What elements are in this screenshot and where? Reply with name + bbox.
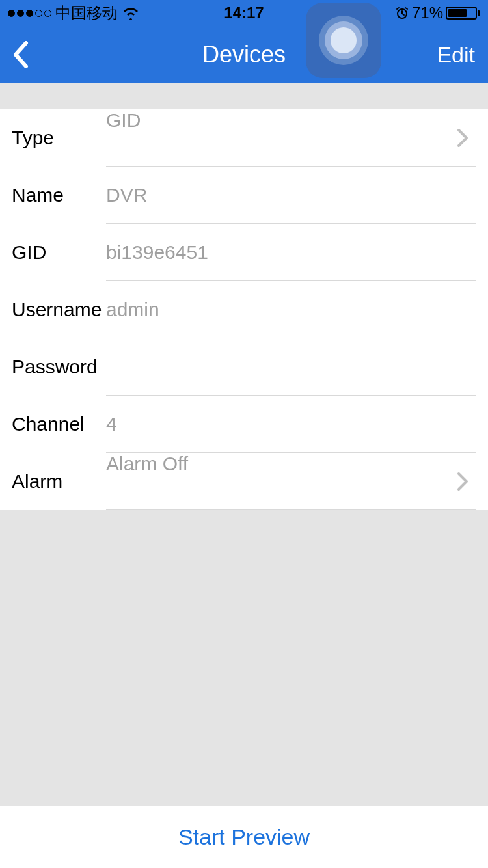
username-field[interactable] [106, 281, 468, 338]
row-channel[interactable]: Channel [0, 396, 488, 453]
label-type: Type [12, 127, 106, 149]
status-left: 中国移动 [8, 3, 140, 23]
status-time: 14:17 [224, 4, 264, 22]
row-password[interactable]: Password [0, 338, 488, 396]
assistive-touch-icon[interactable] [306, 3, 381, 78]
channel-field[interactable] [106, 396, 468, 452]
battery-percent: 71% [412, 4, 443, 22]
value-alarm: Alarm Off [106, 453, 457, 509]
label-channel: Channel [12, 413, 106, 435]
row-gid[interactable]: GID [0, 224, 488, 281]
footer-bar: Start Preview [0, 806, 488, 868]
value-type: GID [106, 109, 457, 166]
label-password: Password [12, 356, 106, 378]
gid-field[interactable] [106, 224, 468, 280]
row-username[interactable]: Username [0, 281, 488, 338]
signal-dots-icon [8, 10, 51, 17]
edit-button[interactable]: Edit [437, 42, 475, 68]
chevron-right-icon [457, 128, 468, 148]
row-alarm[interactable]: Alarm Alarm Off [0, 453, 488, 510]
row-type[interactable]: Type GID [0, 109, 488, 167]
nav-bar: Devices Edit [0, 26, 488, 83]
label-alarm: Alarm [12, 470, 106, 493]
password-field[interactable] [106, 338, 468, 395]
label-username: Username [12, 299, 106, 321]
carrier-label: 中国移动 [55, 3, 118, 23]
start-preview-button[interactable]: Start Preview [178, 824, 310, 850]
status-bar: 中国移动 14:17 71% [0, 0, 488, 26]
row-name[interactable]: Name [0, 167, 488, 224]
section-spacer [0, 83, 488, 109]
device-form: Type GID Name GID Username [0, 109, 488, 510]
name-field[interactable] [106, 167, 468, 223]
wifi-icon [122, 7, 140, 20]
label-gid: GID [12, 241, 106, 264]
page-title: Devices [202, 41, 286, 68]
battery-icon [446, 7, 480, 20]
chevron-right-icon [457, 472, 468, 491]
back-button[interactable] [13, 41, 29, 68]
alarm-clock-icon [395, 6, 409, 20]
label-name: Name [12, 184, 106, 206]
status-right: 71% [395, 4, 480, 22]
